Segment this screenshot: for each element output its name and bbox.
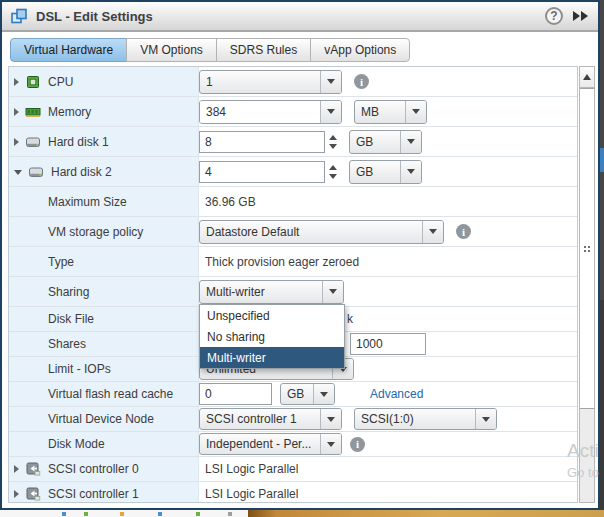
row-label: Virtual Device Node (48, 412, 154, 426)
row-label: Maximum Size (48, 195, 127, 209)
screen: DSL - Edit Settings ? Virtual Hardware V… (0, 0, 604, 517)
tab-bar: Virtual Hardware VM Options SDRS Rules v… (2, 32, 598, 66)
spin-down-icon (329, 144, 337, 149)
shares-value-input[interactable]: 1000 (350, 333, 426, 355)
row-label: Shares (48, 337, 86, 351)
row-label: Type (48, 255, 74, 269)
row-label: Virtual flash read cache (48, 387, 173, 401)
collapse-arrow-icon[interactable] (14, 170, 22, 175)
background-ticks (0, 510, 248, 517)
expand-arrow-icon[interactable] (14, 78, 19, 86)
provision-type-value: Thick provision eager zeroed (199, 255, 359, 269)
background-right-strip (600, 0, 604, 510)
scsi-controller-icon (25, 486, 41, 502)
dropdown-option-multi-writer[interactable]: Multi-writer (200, 347, 344, 368)
collapse-panel-icon[interactable] (573, 11, 588, 21)
scsi1-type-value: LSI Logic Parallel (199, 487, 298, 501)
scsi-controller-icon (25, 461, 41, 477)
expand-arrow-icon[interactable] (14, 108, 19, 116)
scsi-controller-select[interactable]: SCSI controller 1 (199, 408, 342, 430)
flash-cache-unit-select[interactable]: GB (280, 383, 335, 405)
info-icon: i (354, 74, 369, 89)
background-orange-bar (248, 510, 604, 517)
row-label: Disk File (48, 312, 94, 326)
hard-disk-1-size-input[interactable]: 8 (199, 131, 325, 153)
row-label: SCSI controller 0 (48, 462, 139, 476)
row-label: SCSI controller 1 (48, 487, 139, 501)
chevron-down-icon[interactable] (320, 101, 341, 123)
vertical-scrollbar (579, 66, 595, 503)
background-bottom-strip (0, 510, 604, 517)
tab-vapp-options[interactable]: vApp Options (310, 38, 410, 62)
memory-unit-select[interactable]: MB (354, 100, 427, 124)
memory-size-input[interactable]: 384 (199, 100, 342, 124)
dialog-titlebar: DSL - Edit Settings ? (2, 2, 598, 32)
chevron-down-icon[interactable] (322, 281, 343, 303)
sharing-select[interactable]: Multi-writer (199, 280, 344, 304)
scrollbar-up-button[interactable] (580, 67, 594, 88)
hard-disk-icon (25, 134, 41, 150)
row-label: Hard disk 1 (48, 135, 109, 149)
row-hard-disk-2: Hard disk 2 4 GB (9, 157, 577, 187)
row-label: Hard disk 2 (51, 165, 112, 179)
chevron-down-icon[interactable] (400, 161, 421, 183)
scroll-up-icon (583, 74, 591, 80)
row-cpu: CPU 1 i (9, 67, 577, 97)
tab-virtual-hardware[interactable]: Virtual Hardware (10, 38, 127, 62)
help-icon[interactable]: ? (545, 7, 563, 25)
chevron-down-icon[interactable] (320, 71, 341, 93)
hard-disk-1-unit-select[interactable]: GB (349, 130, 422, 154)
dropdown-option-no-sharing[interactable]: No sharing (200, 326, 344, 347)
scrollbar-thumb[interactable] (580, 88, 594, 409)
row-label: Sharing (48, 285, 89, 299)
spin-down-icon (329, 174, 337, 179)
chevron-down-icon[interactable] (320, 409, 341, 429)
row-label: CPU (48, 75, 73, 89)
row-virtual-device-node: Virtual Device Node SCSI controller 1 SC… (9, 407, 577, 432)
storage-policy-select[interactable]: Datastore Default (199, 220, 444, 244)
chevron-down-icon[interactable] (320, 434, 341, 454)
info-icon: i (350, 437, 365, 452)
scrollbar-track[interactable] (580, 409, 594, 502)
row-label: Memory (48, 105, 91, 119)
row-label: VM storage policy (48, 225, 143, 239)
row-sharing: Sharing Multi-writer (9, 277, 577, 307)
chevron-down-icon[interactable] (400, 131, 421, 153)
flash-cache-size-input[interactable]: 0 (199, 383, 272, 405)
scsi-node-select[interactable]: SCSI(1:0) (354, 408, 497, 430)
row-scsi-controller-1: SCSI controller 1 LSI Logic Parallel (9, 482, 577, 503)
chevron-down-icon[interactable] (405, 101, 426, 123)
hardware-list: CPU 1 i (8, 66, 595, 503)
row-type: Type Thick provision eager zeroed (9, 247, 577, 277)
hard-disk-2-size-input[interactable]: 4 (199, 161, 325, 183)
expand-arrow-icon[interactable] (14, 138, 19, 146)
edit-settings-dialog: DSL - Edit Settings ? Virtual Hardware V… (0, 0, 600, 510)
expand-arrow-icon[interactable] (14, 465, 19, 473)
hard-disk-2-spinner[interactable] (325, 165, 341, 179)
maximum-size-value: 36.96 GB (199, 195, 256, 209)
advanced-link[interactable]: Advanced (370, 387, 423, 401)
row-virtual-flash-read-cache: Virtual flash read cache 0 GB Advanced (9, 382, 577, 407)
row-label: Limit - IOPs (48, 362, 111, 376)
chevron-down-icon[interactable] (313, 384, 334, 404)
row-scsi-controller-0: SCSI controller 0 LSI Logic Parallel (9, 457, 577, 482)
scsi0-type-value: LSI Logic Parallel (199, 462, 298, 476)
row-memory: Memory 384 MB (9, 97, 577, 127)
memory-icon (25, 104, 41, 120)
edit-vm-icon (10, 7, 28, 25)
cpu-icon (25, 74, 41, 90)
row-maximum-size: Maximum Size 36.96 GB (9, 187, 577, 217)
tab-vm-options[interactable]: VM Options (126, 38, 217, 62)
spin-up-icon (329, 165, 337, 170)
disk-mode-select[interactable]: Independent - Per... (199, 433, 342, 455)
scrollbar-grip-icon (584, 246, 586, 248)
spin-up-icon (329, 135, 337, 140)
cpu-count-select[interactable]: 1 (199, 70, 342, 94)
tab-sdrs-rules[interactable]: SDRS Rules (216, 38, 311, 62)
expand-arrow-icon[interactable] (14, 490, 19, 498)
chevron-down-icon[interactable] (475, 409, 496, 429)
hard-disk-2-unit-select[interactable]: GB (349, 160, 422, 184)
chevron-down-icon[interactable] (422, 221, 443, 243)
hard-disk-1-spinner[interactable] (325, 135, 341, 149)
dropdown-option-unspecified[interactable]: Unspecified (200, 305, 344, 326)
